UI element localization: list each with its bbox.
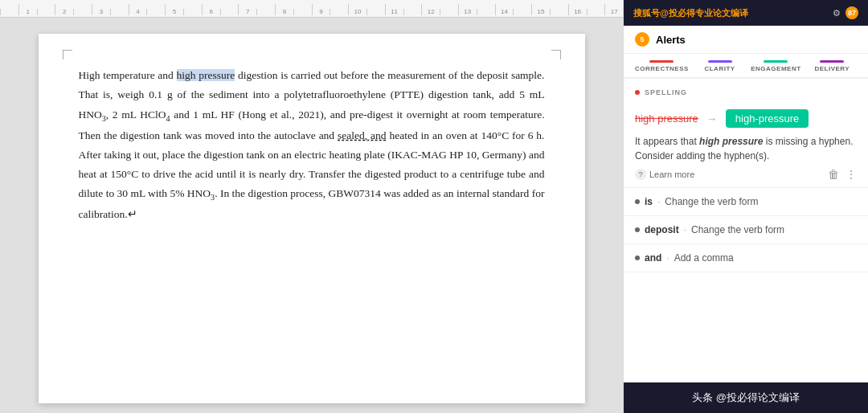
- ruler: 1 2 3 4 5 6 7 8 9 10 11 12 13 1: [0, 0, 623, 18]
- spelling-dot: [635, 90, 640, 95]
- header-right: ⚙ 87: [833, 6, 858, 19]
- tab-clarity[interactable]: CLARITY: [692, 59, 747, 77]
- spelling-footer: ? Learn more 🗑 ⋮: [635, 168, 857, 181]
- document-area: 1 2 3 4 5 6 7 8 9 10 11 12 13 1: [0, 0, 623, 413]
- correctness-label: CORRECTNESS: [635, 65, 689, 72]
- alert-action-deposit[interactable]: Change the verb form: [691, 224, 784, 235]
- alert-sep-is: ·: [657, 196, 660, 207]
- alert-dot-deposit: [635, 227, 640, 232]
- question-icon: ?: [635, 169, 646, 180]
- alert-dot-is: [635, 199, 640, 204]
- document-page: High temperature and high pressure diges…: [39, 34, 585, 403]
- settings-icon[interactable]: ⚙: [833, 8, 841, 18]
- text-before-highlight: High temperature and: [79, 69, 177, 81]
- alert-action-and[interactable]: Add a comma: [674, 252, 734, 264]
- panel-header: 搜狐号@投必得专业论文编译 ⚙ 87: [624, 0, 868, 26]
- spelling-section-label: SPELLING: [624, 79, 868, 101]
- tab-engagement[interactable]: ENGAGEMENT: [747, 59, 804, 77]
- alert-action-is[interactable]: Change the verb form: [665, 196, 758, 207]
- watermark-text: 头条 @投必得论文编译: [692, 391, 800, 403]
- text-after-highlight: digestion is carried out before the meas…: [79, 69, 545, 220]
- spelling-label: SPELLING: [645, 88, 687, 96]
- alerts-content: SPELLING high pressure → high-pressure I…: [624, 79, 868, 382]
- desc-before: It appears that: [635, 136, 699, 147]
- alert-and: and · Add a comma: [624, 244, 868, 272]
- alert-sep-and: ·: [666, 252, 669, 264]
- sohu-logo: 搜狐号@投必得专业论文编译: [633, 7, 748, 19]
- delivery-bar: [820, 60, 844, 63]
- alerts-label: Alerts: [656, 34, 686, 46]
- clarity-label: CLARITY: [704, 65, 735, 72]
- corrected-word: high-pressure: [726, 109, 809, 128]
- delete-icon[interactable]: 🗑: [828, 168, 839, 181]
- more-icon[interactable]: ⋮: [845, 168, 857, 181]
- spelling-actions: 🗑 ⋮: [828, 168, 857, 181]
- spelling-correction: high pressure → high-pressure: [635, 109, 857, 128]
- alert-is: is · Change the verb form: [624, 188, 868, 216]
- document-text: High temperature and high pressure diges…: [79, 66, 545, 225]
- corner-tr: [551, 50, 561, 59]
- spelling-card: high pressure → high-pressure It appears…: [624, 101, 868, 188]
- right-panel: 搜狐号@投必得专业论文编译 ⚙ 87 5 Alerts CORRECTNESS …: [623, 0, 868, 413]
- learn-more-link[interactable]: ? Learn more: [635, 169, 694, 180]
- original-word: high pressure: [635, 112, 698, 125]
- score-badge: 87: [845, 6, 858, 19]
- engagement-label: ENGAGEMENT: [751, 65, 800, 72]
- correctness-bar: [649, 60, 674, 63]
- highlighted-phrase: high pressure: [177, 69, 235, 81]
- alert-sep-deposit: ·: [684, 224, 686, 235]
- alert-deposit: deposit · Change the verb form: [624, 216, 868, 244]
- clarity-bar: [708, 60, 732, 63]
- header-left: 搜狐号@投必得专业论文编译: [633, 7, 748, 19]
- bottom-watermark: 头条 @投必得论文编译: [624, 382, 868, 413]
- alert-dot-and: [635, 256, 640, 260]
- corner-tl: [63, 50, 72, 59]
- learn-more-text: Learn more: [649, 170, 694, 179]
- page-wrapper: High temperature and high pressure diges…: [0, 18, 623, 413]
- alert-word-deposit: deposit: [645, 224, 679, 235]
- underlined-phrase: sealed, and: [338, 129, 387, 141]
- alert-word-and: and: [645, 252, 661, 264]
- delivery-label: DELIVERY: [814, 65, 850, 72]
- tab-correctness[interactable]: CORRECTNESS: [632, 59, 692, 77]
- alert-word-is: is: [645, 196, 653, 207]
- arrow-icon: →: [706, 112, 718, 125]
- desc-italic: high pressure: [699, 136, 763, 147]
- alerts-bar: 5 Alerts: [624, 26, 868, 54]
- alerts-count: 5: [635, 32, 649, 47]
- category-tabs: CORRECTNESS CLARITY ENGAGEMENT DELIVERY: [624, 54, 868, 79]
- spelling-description: It appears that high pressure is missing…: [635, 134, 857, 163]
- engagement-bar: [764, 60, 788, 63]
- tab-delivery[interactable]: DELIVERY: [805, 59, 860, 77]
